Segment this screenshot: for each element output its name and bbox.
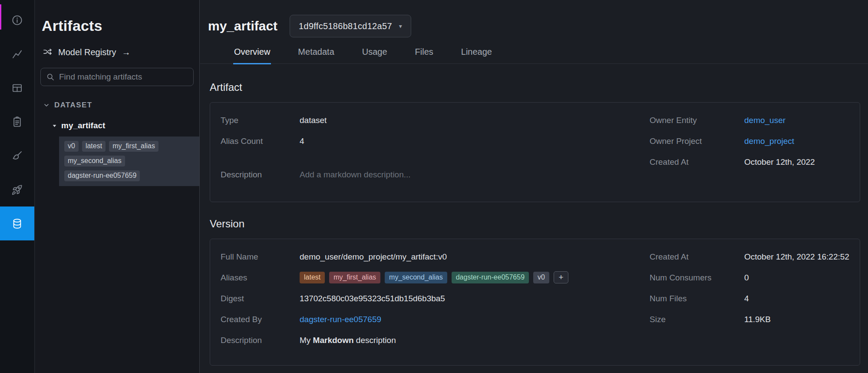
sidebar-title: Artifacts (42, 17, 199, 34)
alias-tag-latest[interactable]: latest (300, 272, 325, 283)
caret-down-icon (52, 123, 57, 129)
field-num-files: Num Files 4 (650, 292, 849, 305)
artifact-panel: Type dataset Alias Count 4 Description A… (210, 102, 860, 202)
field-value: October 12th, 2022 16:22:52 (744, 250, 849, 263)
version-section-heading: Version (210, 218, 860, 230)
model-registry-icon (43, 47, 53, 57)
page-title: my_artifact (208, 19, 277, 33)
alias-tag-list: latest my_first_alias my_second_alias da… (300, 271, 568, 283)
field-version-description: Description My Markdown description (221, 334, 849, 346)
field-label: Description (221, 168, 300, 181)
alias-tag-dagster-run[interactable]: dagster-run-ee057659 (452, 272, 529, 283)
field-label: Created At (650, 250, 744, 263)
artifact-tabs: Overview Metadata Usage Files Lineage (200, 47, 868, 64)
field-description: Description Add a markdown description..… (221, 168, 849, 181)
field-label: Aliases (221, 271, 300, 284)
rail-item-artifacts[interactable] (0, 206, 34, 240)
tree-item-my-artifact[interactable]: my_artifact (52, 121, 199, 130)
version-panel-right: Created At October 12th, 2022 16:22:52 N… (650, 250, 849, 326)
artifact-section-heading: Artifact (210, 81, 860, 93)
field-created-at: Created At October 12th, 2022 (650, 156, 849, 168)
info-icon (11, 14, 23, 26)
artifact-panel-right: Owner Entity demo_user Owner Project dem… (650, 114, 849, 168)
report-icon (11, 116, 23, 128)
field-label: Owner Project (650, 135, 744, 147)
table-icon (11, 82, 23, 94)
field-label: Num Files (650, 292, 744, 305)
version-description: My Markdown description (300, 334, 396, 346)
field-label: Num Consumers (650, 271, 744, 284)
field-value: demo_user/demo_project/my_artifact:v0 (300, 250, 447, 263)
field-label: Alias Count (221, 135, 300, 147)
field-label: Description (221, 334, 300, 346)
artifact-header: my_artifact 1d9ffc5186b81cd12a57 ▾ (200, 0, 868, 39)
version-tag-latest: latest (82, 141, 106, 152)
artifacts-sidebar: Artifacts Model Registry → (35, 0, 200, 373)
rail-item-launch[interactable] (0, 173, 34, 206)
owner-project-link[interactable]: demo_project (744, 135, 794, 147)
rocket-icon (11, 184, 23, 196)
tab-metadata[interactable]: Metadata (297, 47, 335, 64)
field-label: Full Name (221, 250, 300, 263)
field-value: 11.9KB (744, 313, 771, 326)
search-input[interactable] (59, 72, 188, 82)
version-tag-my-first-alias: my_first_alias (109, 141, 158, 152)
version-tag-dagster-run: dagster-run-ee057659 (64, 170, 140, 181)
description-placeholder[interactable]: Add a markdown description... (300, 168, 411, 181)
version-tag-v0: v0 (64, 141, 79, 152)
version-tag-my-second-alias: my_second_alias (64, 156, 125, 167)
digest-value: 13702c580c03e95323c51db15d6b3ba5 (300, 292, 445, 305)
alias-tag-v0[interactable]: v0 (533, 272, 549, 283)
chevron-down-icon (43, 102, 50, 109)
artifact-main: my_artifact 1d9ffc5186b81cd12a57 ▾ Overv… (200, 0, 868, 373)
version-id: 1d9ffc5186b81cd12a57 (299, 21, 392, 31)
tab-lineage[interactable]: Lineage (460, 47, 493, 64)
tab-overview[interactable]: Overview (233, 47, 271, 64)
search-icon (46, 73, 55, 81)
tree-section-dataset[interactable]: DATASET (35, 101, 199, 110)
rail-item-tables[interactable] (0, 71, 34, 105)
field-label: Created At (650, 156, 744, 168)
sweep-broom-icon (11, 150, 23, 162)
created-by-run-link[interactable]: dagster-run-ee057659 (300, 313, 381, 326)
tab-usage[interactable]: Usage (361, 47, 388, 64)
field-owner-entity: Owner Entity demo_user (650, 114, 849, 127)
arrow-right-icon: → (122, 47, 130, 57)
tag-row: v0 latest my_first_alias (64, 141, 194, 152)
rail-item-workspace[interactable] (0, 37, 34, 71)
overview-content: Artifact Type dataset Alias Count 4 Desc… (200, 81, 868, 366)
model-registry-label: Model Registry (58, 47, 116, 57)
rail-item-info[interactable] (0, 3, 34, 37)
description-text: My (300, 336, 313, 345)
field-num-consumers: Num Consumers 0 (650, 271, 849, 284)
window-accent-stripe (0, 4, 1, 30)
description-text: description (354, 336, 396, 345)
icon-rail (0, 0, 35, 373)
rail-item-reports[interactable] (0, 105, 34, 139)
owner-entity-link[interactable]: demo_user (744, 114, 785, 127)
version-select-dropdown[interactable]: 1d9ffc5186b81cd12a57 ▾ (290, 15, 411, 37)
alias-tag-my-first-alias[interactable]: my_first_alias (329, 272, 380, 283)
model-registry-link[interactable]: Model Registry → (43, 47, 199, 57)
field-owner-project: Owner Project demo_project (650, 135, 849, 147)
alias-tag-my-second-alias[interactable]: my_second_alias (385, 272, 447, 283)
field-value: dataset (300, 114, 327, 127)
field-label: Digest (221, 292, 300, 305)
field-value: 4 (300, 135, 304, 147)
version-panel: Full Name demo_user/demo_project/my_arti… (210, 239, 860, 366)
chevron-down-icon: ▾ (399, 23, 402, 30)
tree-selected-version[interactable]: v0 latest my_first_alias my_second_alias… (59, 137, 199, 186)
description-bold-text: Markdown (313, 336, 354, 345)
artifact-search (40, 68, 194, 86)
tree-section-label: DATASET (54, 101, 92, 110)
field-value: 4 (744, 292, 749, 305)
field-value: October 12th, 2022 (744, 156, 815, 168)
field-size: Size 11.9KB (650, 313, 849, 326)
rail-item-sweeps[interactable] (0, 139, 34, 173)
field-label: Owner Entity (650, 114, 744, 127)
tree-artifact-label: my_artifact (61, 121, 105, 130)
add-alias-button[interactable]: + (554, 271, 568, 283)
field-label: Type (221, 114, 300, 127)
field-version-created-at: Created At October 12th, 2022 16:22:52 (650, 250, 849, 263)
tab-files[interactable]: Files (414, 47, 434, 64)
